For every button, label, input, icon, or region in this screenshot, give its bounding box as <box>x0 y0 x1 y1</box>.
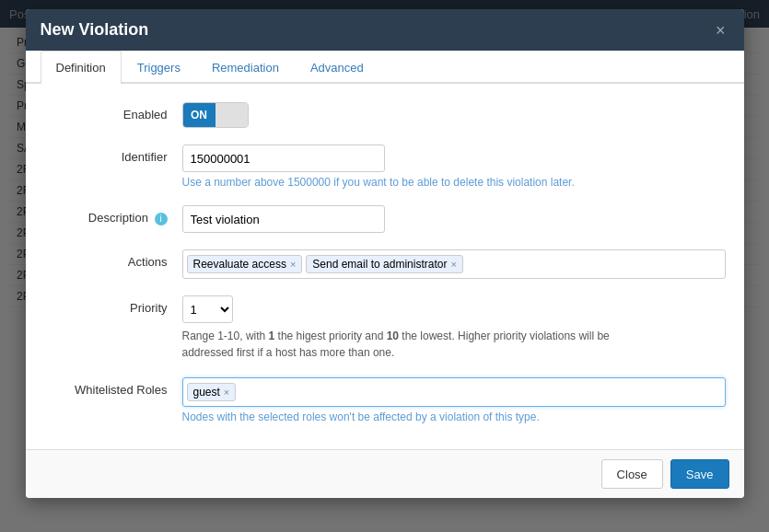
whitelisted-roles-control: guest × Nodes with the selected roles wo… <box>182 377 726 423</box>
modal: New Violation × Definition Triggers Reme… <box>26 9 744 498</box>
priority-row: Priority 1 2 3 4 5 6 7 8 9 10 <box>44 295 726 361</box>
tag-guest: guest × <box>187 383 237 401</box>
tag-guest-remove[interactable]: × <box>224 387 229 398</box>
whitelisted-roles-help-text: Nodes with the selected roles won't be a… <box>182 411 726 423</box>
modal-title: New Violation <box>41 20 149 40</box>
priority-select[interactable]: 1 2 3 4 5 6 7 8 9 10 <box>182 295 233 323</box>
tab-definition[interactable]: Definition <box>41 51 122 84</box>
close-button[interactable]: Close <box>601 459 663 489</box>
form-content: Enabled ON Identifier Use a number above… <box>26 84 744 449</box>
tabs-bar: Definition Triggers Remediation Advanced <box>26 51 744 84</box>
tag-reevaluate-access: Reevaluate access × <box>187 255 303 273</box>
description-control <box>182 205 726 233</box>
tag-reevaluate-access-label: Reevaluate access <box>193 258 286 271</box>
priority-label: Priority <box>44 295 182 315</box>
tag-guest-label: guest <box>193 386 220 399</box>
actions-tags-input[interactable]: Reevaluate access × Send email to admini… <box>182 249 726 279</box>
enabled-toggle[interactable]: ON <box>182 102 249 128</box>
toggle-on: ON <box>183 103 216 127</box>
identifier-control: Use a number above 1500000 if you want t… <box>182 145 726 189</box>
tag-send-email-remove[interactable]: × <box>450 260 456 270</box>
description-row: Description i <box>44 205 726 233</box>
priority-hint-text: Range 1-10, with 1 the higest priority a… <box>182 328 661 361</box>
description-label: Description i <box>44 205 182 226</box>
identifier-help-text: Use a number above 1500000 if you want t… <box>182 176 726 189</box>
modal-header: New Violation × <box>26 9 744 51</box>
modal-close-button[interactable]: × <box>712 22 729 39</box>
description-input[interactable] <box>182 205 385 233</box>
whitelisted-roles-row: Whitelisted Roles guest × Nodes with the… <box>44 377 726 423</box>
identifier-input[interactable] <box>182 145 385 172</box>
actions-control: Reevaluate access × Send email to admini… <box>182 249 726 279</box>
tab-advanced[interactable]: Advanced <box>295 51 379 84</box>
toggle-off <box>216 103 248 127</box>
description-info-icon[interactable]: i <box>155 213 168 226</box>
tag-reevaluate-access-remove[interactable]: × <box>290 260 296 270</box>
identifier-row: Identifier Use a number above 1500000 if… <box>44 145 726 189</box>
tag-send-email-label: Send email to administrator <box>312 258 447 271</box>
identifier-label: Identifier <box>44 145 182 164</box>
priority-control: 1 2 3 4 5 6 7 8 9 10 Range 1-10, w <box>182 295 726 361</box>
tab-triggers[interactable]: Triggers <box>122 51 196 84</box>
actions-row: Actions Reevaluate access × Send email t… <box>44 249 726 279</box>
modal-footer: Close Save <box>26 449 744 498</box>
modal-body: Enabled ON Identifier Use a number above… <box>26 84 744 449</box>
whitelisted-roles-tags-input[interactable]: guest × <box>182 377 726 407</box>
enabled-row: Enabled ON <box>44 102 726 128</box>
tab-remediation[interactable]: Remediation <box>196 51 295 84</box>
modal-overlay: New Violation × Definition Triggers Reme… <box>0 0 769 532</box>
tag-send-email: Send email to administrator × <box>306 255 463 273</box>
enabled-label: Enabled <box>44 102 182 121</box>
whitelisted-roles-label: Whitelisted Roles <box>44 377 182 397</box>
actions-label: Actions <box>44 249 182 269</box>
save-button[interactable]: Save <box>670 459 729 489</box>
enabled-control: ON <box>182 102 726 128</box>
